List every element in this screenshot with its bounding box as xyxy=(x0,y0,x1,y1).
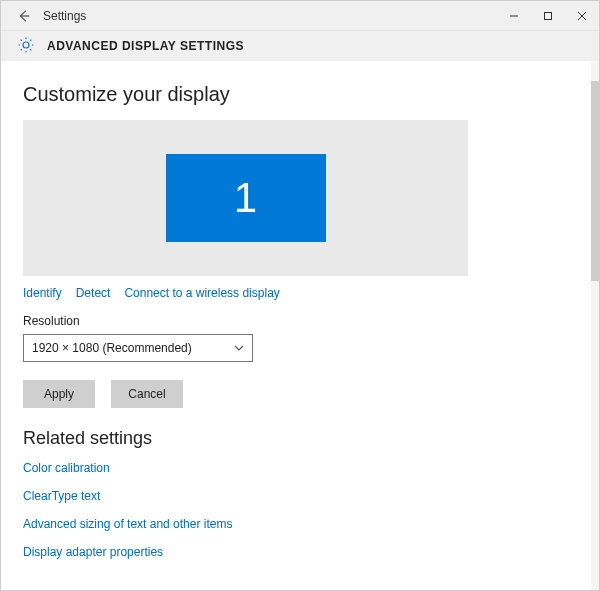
monitor-tile-1[interactable]: 1 xyxy=(166,154,326,242)
connect-wireless-link[interactable]: Connect to a wireless display xyxy=(124,286,279,300)
identify-link[interactable]: Identify xyxy=(23,286,62,300)
titlebar: Settings xyxy=(1,1,599,31)
color-calibration-link[interactable]: Color calibration xyxy=(23,461,575,475)
back-button[interactable] xyxy=(9,1,39,31)
gear-icon xyxy=(17,36,35,57)
resolution-select[interactable]: 1920 × 1080 (Recommended) xyxy=(23,334,253,362)
minimize-icon xyxy=(509,11,519,21)
close-icon xyxy=(577,11,587,21)
scrollbar-thumb[interactable] xyxy=(591,81,599,281)
display-action-links: Identify Detect Connect to a wireless di… xyxy=(23,286,575,300)
vertical-scrollbar[interactable] xyxy=(591,61,599,590)
arrow-left-icon xyxy=(17,9,31,23)
cancel-button[interactable]: Cancel xyxy=(111,380,183,408)
minimize-button[interactable] xyxy=(497,1,531,31)
chevron-down-icon xyxy=(234,343,244,353)
maximize-icon xyxy=(543,11,553,21)
detect-link[interactable]: Detect xyxy=(76,286,111,300)
customize-heading: Customize your display xyxy=(23,83,575,106)
apply-button[interactable]: Apply xyxy=(23,380,95,408)
window-title: Settings xyxy=(43,9,86,23)
action-buttons: Apply Cancel xyxy=(23,380,575,408)
maximize-button[interactable] xyxy=(531,1,565,31)
display-preview[interactable]: 1 xyxy=(23,120,468,276)
svg-rect-0 xyxy=(545,12,552,19)
resolution-value: 1920 × 1080 (Recommended) xyxy=(32,341,192,355)
cleartype-link[interactable]: ClearType text xyxy=(23,489,575,503)
page-header-title: ADVANCED DISPLAY SETTINGS xyxy=(47,39,244,53)
resolution-label: Resolution xyxy=(23,314,575,328)
related-heading: Related settings xyxy=(23,428,575,449)
display-adapter-link[interactable]: Display adapter properties xyxy=(23,545,575,559)
content-area: Customize your display 1 Identify Detect… xyxy=(1,61,591,590)
page-header: ADVANCED DISPLAY SETTINGS xyxy=(1,31,599,61)
window-controls xyxy=(497,1,599,31)
advanced-sizing-link[interactable]: Advanced sizing of text and other items xyxy=(23,517,575,531)
monitor-number: 1 xyxy=(234,174,257,222)
related-links: Color calibration ClearType text Advance… xyxy=(23,461,575,559)
close-button[interactable] xyxy=(565,1,599,31)
